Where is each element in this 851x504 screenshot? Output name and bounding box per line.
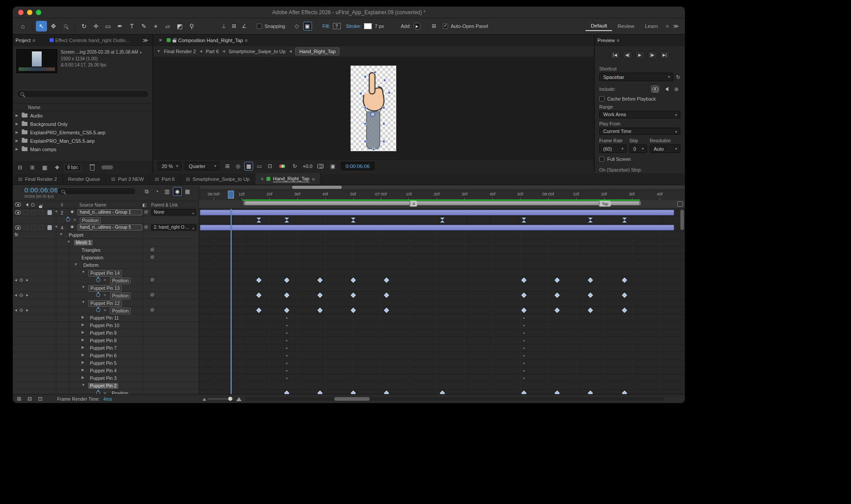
solo-toggle[interactable] <box>31 225 36 230</box>
group-label[interactable]: Puppet Pin 14 <box>88 270 122 277</box>
keyframe-icon[interactable] <box>522 218 526 223</box>
mask-visibility-icon[interactable]: ◎ <box>234 162 242 171</box>
close-window-button[interactable] <box>18 10 23 15</box>
number-column-header[interactable]: # <box>61 203 63 207</box>
keyframe-icon[interactable] <box>317 391 322 394</box>
selection-handle[interactable] <box>383 122 385 125</box>
property-label[interactable]: Expansion <box>80 255 105 261</box>
next-frame-button[interactable]: |▶ <box>648 51 657 59</box>
first-frame-button[interactable]: |◀ <box>610 51 620 59</box>
chevron-right-icon[interactable]: ▶ <box>15 139 19 143</box>
keyframe-icon[interactable] <box>256 277 261 282</box>
previous-keyframe-icon[interactable]: ◀ <box>15 309 17 312</box>
last-frame-button[interactable]: ▶| <box>660 51 670 59</box>
graph-icon[interactable]: ≈ <box>74 217 76 222</box>
region-of-interest-icon[interactable]: ▭ <box>255 162 264 171</box>
play-from-select[interactable]: Current Time <box>599 128 680 135</box>
keyframe-icon[interactable] <box>284 277 289 282</box>
group-label[interactable]: Puppet Pin 10 <box>88 323 121 328</box>
chevron-right-icon[interactable]: ▶ <box>15 113 19 117</box>
transparency-grid-icon[interactable]: ▦ <box>244 162 253 171</box>
snapshot-icon[interactable] <box>316 162 325 171</box>
group-label[interactable]: Mesh 1 <box>74 240 93 246</box>
selection-tool[interactable]: ↖ <box>36 21 47 31</box>
keyframe-icon[interactable] <box>284 308 289 313</box>
resolution-select[interactable]: Quarter <box>185 162 219 170</box>
group-chevron-icon[interactable]: ▼ <box>82 300 85 304</box>
property-label[interactable]: Position <box>80 217 101 224</box>
previous-frame-button[interactable]: ◀| <box>623 51 632 59</box>
preview-resolution-select[interactable]: Auto <box>650 145 680 153</box>
preview-panel-menu-icon[interactable]: ≡ <box>617 38 619 43</box>
full-screen-checkbox[interactable] <box>599 156 605 162</box>
breadcrumb-item[interactable]: Final Render 2 <box>164 49 196 54</box>
timeline-tab-render-queue[interactable]: Render Queue <box>63 173 106 184</box>
group-label[interactable]: Puppet Pin 12 <box>88 300 122 307</box>
playhead-line[interactable] <box>230 209 232 394</box>
layer-name[interactable]: hand_ri...utlines - Group 1 <box>78 209 142 215</box>
range-select[interactable]: Work Area <box>599 111 680 118</box>
selection-handle[interactable] <box>374 71 376 74</box>
label-color-swatch[interactable] <box>47 210 52 215</box>
project-folder-row[interactable]: ▶ExplainPRO_Man_CS5.5.aep <box>13 137 152 145</box>
group-label[interactable]: Puppet Pin 5 <box>88 360 118 366</box>
next-keyframe-icon[interactable]: ▶ <box>26 278 28 282</box>
parent-pickwhip-icon[interactable]: @ <box>144 225 148 229</box>
lock-toggle[interactable] <box>39 210 43 215</box>
group-chevron-icon[interactable]: ▼ <box>82 285 85 289</box>
add-keyframe-icon[interactable] <box>20 278 23 282</box>
selection-handle[interactable] <box>383 140 385 143</box>
keyframe-icon[interactable] <box>384 293 389 297</box>
group-chevron-icon[interactable]: ▶ <box>82 360 84 364</box>
keyframe-icon[interactable] <box>588 308 593 313</box>
keyframe-icon[interactable] <box>384 308 389 313</box>
new-composition-icon[interactable]: ▦ <box>40 163 49 172</box>
graph-icon[interactable]: ≈ <box>104 308 106 313</box>
video-toggle-icon[interactable] <box>15 211 21 215</box>
world-axis-icon[interactable]: ⊞ <box>230 22 238 31</box>
solo-toggle[interactable] <box>31 210 36 215</box>
add-keyframe-icon[interactable] <box>20 293 23 297</box>
skip-select[interactable]: 0 <box>629 145 647 153</box>
workspace-default[interactable]: Default <box>586 21 612 31</box>
graph-editor-icon[interactable]: ▦ <box>183 187 192 196</box>
time-navigator-track[interactable] <box>199 186 685 189</box>
viewer-timecode[interactable]: 0:00:06:06 <box>341 162 375 170</box>
group-chevron-icon[interactable]: ▼ <box>82 383 85 387</box>
orbit-camera-tool[interactable]: ↻ <box>78 21 90 31</box>
video-toggle-icon[interactable] <box>15 226 21 230</box>
comp-marker-bin-icon[interactable] <box>677 201 683 207</box>
keyframe-icon[interactable] <box>521 391 526 394</box>
audio-toggle[interactable] <box>23 225 28 230</box>
label-color-swatch[interactable] <box>47 225 52 230</box>
interpret-footage-icon[interactable]: ⊟ <box>16 163 24 172</box>
project-name-column-header[interactable]: Name <box>13 103 152 111</box>
pickwhip-icon[interactable]: @ <box>150 308 154 312</box>
next-keyframe-icon[interactable]: ▶ <box>26 293 28 297</box>
solo-column-icon[interactable] <box>31 203 35 207</box>
view-axis-icon[interactable]: ∠ <box>240 22 249 31</box>
group-chevron-icon[interactable]: ▶ <box>82 330 84 334</box>
pan-behind-tool[interactable]: ✛ <box>90 21 101 31</box>
keyframe-icon[interactable] <box>384 391 389 394</box>
reset-shortcut-icon[interactable]: ↻ <box>676 74 680 80</box>
show-snapshot-icon[interactable]: ▣ <box>328 162 337 171</box>
eraser-tool[interactable]: ▱ <box>162 21 173 31</box>
group-label[interactable]: Puppet Pin 2 <box>88 383 118 389</box>
timeline-tab-smartphone-swipe-to-up[interactable]: ▤Smartphone_Swipe_to Up <box>180 173 255 184</box>
keyframe-icon[interactable] <box>622 277 627 282</box>
snapping-checkbox[interactable] <box>257 23 262 29</box>
group-label[interactable]: Puppet <box>67 232 85 238</box>
project-search-input[interactable] <box>16 90 149 98</box>
time-navigator-handle[interactable] <box>292 186 342 189</box>
parent-pickwhip-icon[interactable]: @ <box>144 210 148 214</box>
property-label[interactable]: Triangles <box>80 247 102 253</box>
keyframe-icon[interactable] <box>351 277 355 282</box>
keyframe-icon[interactable] <box>554 293 559 297</box>
timeline-search-input[interactable] <box>57 188 136 195</box>
stopwatch-icon[interactable] <box>96 293 100 297</box>
layer-name[interactable]: hand_ri...utlines - Group 5 <box>78 224 142 231</box>
comp-panel-menu-icon[interactable]: ≡ <box>245 38 247 43</box>
selection-handle[interactable] <box>383 79 386 82</box>
next-keyframe-icon[interactable]: ▶ <box>26 309 28 312</box>
